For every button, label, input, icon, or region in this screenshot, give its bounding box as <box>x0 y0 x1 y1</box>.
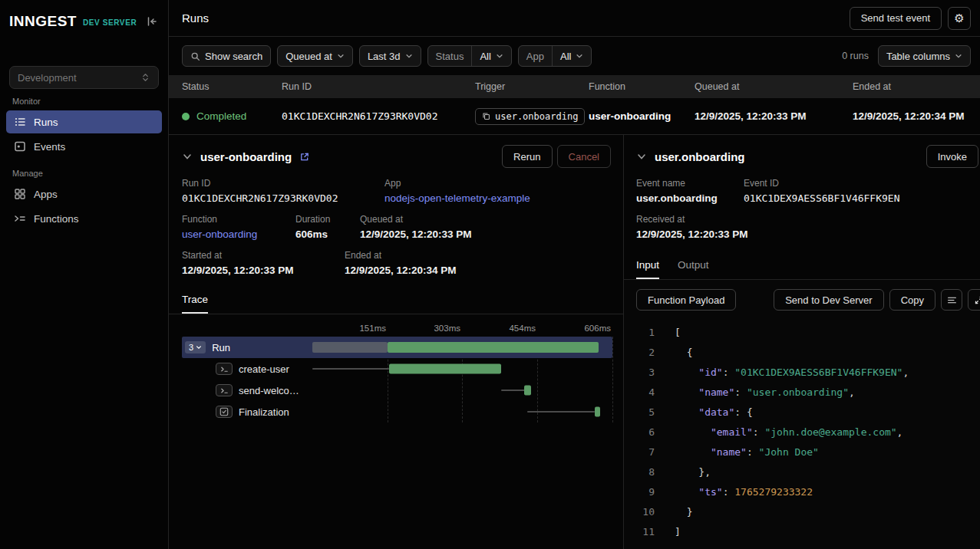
line-number: 5 <box>636 403 655 422</box>
send-test-event-button[interactable]: Send test event <box>850 7 942 30</box>
sidebar-nav: MonitorRunsEventsManageAppsFunctions <box>0 89 168 232</box>
trace-span-label: send-welco… <box>239 385 299 396</box>
send-to-dev-server-button[interactable]: Send to Dev Server <box>774 289 883 311</box>
line-number: 7 <box>636 442 655 462</box>
code-text: "email": "john.doe@example.com", <box>675 422 902 442</box>
sidebar-item-runs[interactable]: Runs <box>6 110 162 133</box>
trigger-pill[interactable]: user.onboarding <box>475 108 585 125</box>
events-icon <box>14 140 26 153</box>
sidebar-item-label: Functions <box>34 213 79 225</box>
code-line: 8 }, <box>636 462 980 482</box>
status-filter[interactable]: Status All <box>427 45 512 67</box>
queued-at-dropdown[interactable]: Queued at <box>277 45 353 67</box>
status-dot-completed <box>182 113 190 120</box>
field-ended-at: Ended at 12/9/2025, 12:20:34 PM <box>345 250 457 276</box>
gear-icon: ⚙ <box>954 12 964 25</box>
trace-row-create-user[interactable]: create-user <box>182 358 612 380</box>
line-number: 8 <box>636 462 655 482</box>
trace-row-finalization[interactable]: Finalization <box>182 401 612 422</box>
external-link-icon[interactable] <box>299 152 309 162</box>
column-header-status: Status <box>182 81 282 92</box>
code-line: 4 "name": "user.onboarding", <box>636 383 980 403</box>
runs-icon <box>14 116 26 128</box>
field-app: App nodejs-open-telemetry-example <box>384 178 530 204</box>
event-fields: Event name user.onboarding Event ID 01KC… <box>624 169 980 250</box>
filter-right: 0 runs Table columns <box>842 45 971 67</box>
tab-trace[interactable]: Trace <box>182 294 208 314</box>
table-columns-dropdown[interactable]: Table columns <box>878 45 971 67</box>
line-number: 6 <box>636 422 655 442</box>
environment-select[interactable]: Development <box>9 66 159 89</box>
trace-bar-line <box>312 368 389 370</box>
cancel-button[interactable]: Cancel <box>557 145 611 168</box>
functions-icon <box>14 212 26 225</box>
sidebar-item-events[interactable]: Events <box>6 135 162 158</box>
chevron-down-icon <box>576 52 583 60</box>
payload-section: Function Payload Send to Dev Server Copy <box>624 280 980 549</box>
chevron-down-icon <box>496 52 503 60</box>
event-detail-header: user.onboarding Invoke <box>624 135 980 169</box>
trace-row-send-welco-[interactable]: send-welco… <box>182 380 612 401</box>
nav-section-label: Manage <box>12 169 156 178</box>
main-area: Runs Send test event ⚙ Show search Queue… <box>169 0 980 549</box>
trace-bar-line <box>527 411 595 413</box>
event-detail-panel: user.onboarding Invoke Event name user.o… <box>624 135 980 549</box>
field-received-at: Received at 12/9/2025, 12:20:33 PM <box>636 214 748 240</box>
nav-section-label: Monitor <box>12 97 156 106</box>
rerun-button[interactable]: Rerun <box>502 145 552 168</box>
invoke-button[interactable]: Invoke <box>926 145 978 168</box>
trace-waterfall: 151ms303ms454ms606ms 3Runcreate-usersend… <box>169 314 623 549</box>
settings-button[interactable]: ⚙ <box>948 7 971 30</box>
run-id-value: 01KC1DEXCHR2N617Z93RK0VD02 <box>182 192 384 204</box>
line-number: 1 <box>636 323 655 343</box>
tab-input[interactable]: Input <box>636 259 659 279</box>
axis-tick-label: 606ms <box>584 324 612 333</box>
code-text: ] <box>675 522 681 542</box>
show-search-button[interactable]: Show search <box>182 45 271 67</box>
column-header-queued-at: Queued at <box>695 81 853 92</box>
expand-icon <box>974 295 980 305</box>
line-number: 9 <box>636 482 655 502</box>
field-queued-at: Queued at 12/9/2025, 12:20:33 PM <box>360 214 472 240</box>
logo-row: INNGEST DEV SERVER <box>0 0 168 43</box>
chevron-down-icon[interactable] <box>182 151 193 162</box>
function-link[interactable]: user-onboarding <box>182 228 295 240</box>
trace-bar-green <box>595 407 600 417</box>
function-payload-button[interactable]: Function Payload <box>636 289 736 311</box>
code-line: 10 } <box>636 502 980 522</box>
app-root: INNGEST DEV SERVER Development MonitorRu… <box>0 0 980 549</box>
collapse-count-badge[interactable]: 3 <box>185 341 206 353</box>
wrap-lines-button[interactable] <box>941 289 962 311</box>
run-status-cell: Completed <box>182 110 282 122</box>
collapse-sidebar-icon[interactable] <box>145 15 159 28</box>
search-icon <box>190 51 200 61</box>
field-run-id: Run ID 01KC1DEXCHR2N617Z93RK0VD02 <box>182 178 384 204</box>
ended-at-cell: 12/9/2025, 12:20:34 PM <box>853 110 980 122</box>
event-icon <box>482 112 490 120</box>
code-text: "id": "01KC1DEX9AESS6BF1V46FFK9EN", <box>675 363 909 383</box>
app-filter[interactable]: App All <box>518 45 592 67</box>
tab-output[interactable]: Output <box>678 259 709 279</box>
sidebar-item-functions[interactable]: Functions <box>6 207 162 230</box>
code-text: { <box>675 343 692 363</box>
expand-button[interactable] <box>968 289 980 311</box>
app-link[interactable]: nodejs-open-telemetry-example <box>384 192 530 204</box>
environment-select-value: Development <box>18 72 77 84</box>
filter-bar: Show search Queued at Last 3d Status All… <box>169 37 980 75</box>
code-block: 1[2 {3 "id": "01KC1DEX9AESS6BF1V46FFK9EN… <box>624 318 980 542</box>
code-line: 7 "name": "John Doe" <box>636 442 980 462</box>
chevron-down-icon <box>955 52 962 60</box>
sidebar-item-apps[interactable]: Apps <box>6 182 162 205</box>
trace-row-run[interactable]: 3Run <box>182 337 612 358</box>
sidebar-item-label: Events <box>34 141 65 153</box>
code-text: "data": { <box>675 403 753 422</box>
sidebar: INNGEST DEV SERVER Development MonitorRu… <box>0 0 169 549</box>
time-range-dropdown[interactable]: Last 3d <box>359 45 421 67</box>
chevron-down-icon[interactable] <box>636 151 647 162</box>
chevron-updown-icon <box>140 72 150 83</box>
copy-button[interactable]: Copy <box>889 289 935 311</box>
line-number: 4 <box>636 383 655 403</box>
table-row[interactable]: Completed 01KC1DEXCHR2N617Z93RK0VD02 use… <box>169 98 980 135</box>
run-detail-panel: user-onboarding Rerun Cancel Run ID 01KC… <box>169 135 624 549</box>
code-text: "name": "John Doe" <box>675 442 819 462</box>
